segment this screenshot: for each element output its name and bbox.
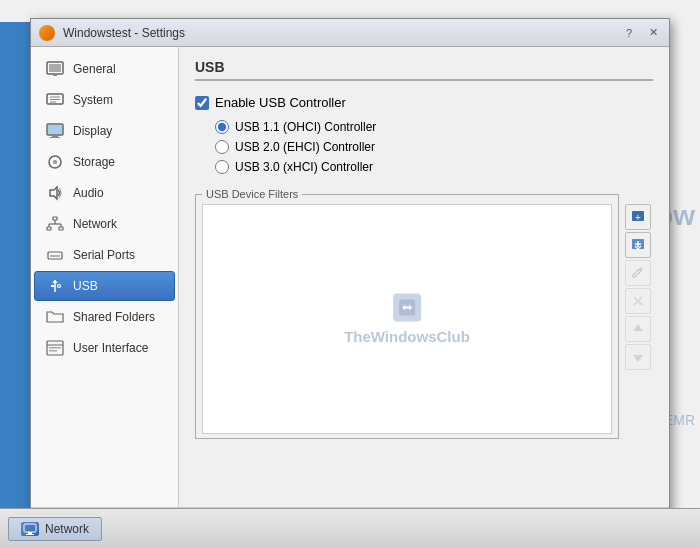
usb20-radio[interactable] bbox=[215, 140, 229, 154]
sidebar-item-shared-folders[interactable]: Shared Folders bbox=[34, 302, 175, 332]
display-icon bbox=[45, 123, 65, 139]
svg-rect-48 bbox=[26, 534, 34, 535]
svg-rect-35 bbox=[49, 350, 57, 352]
sidebar-usb-label: USB bbox=[73, 279, 98, 293]
taskbar-network-icon bbox=[21, 522, 39, 536]
section-title: USB bbox=[195, 59, 653, 81]
usb11-radio[interactable] bbox=[215, 120, 229, 134]
enable-usb-checkbox[interactable] bbox=[195, 96, 209, 110]
filters-list[interactable]: TheWindowsClub bbox=[202, 204, 612, 434]
svg-point-13 bbox=[54, 161, 56, 163]
filters-toolbar: + bbox=[625, 204, 651, 370]
system-icon bbox=[45, 92, 65, 108]
sidebar-item-storage[interactable]: Storage bbox=[34, 147, 175, 177]
sidebar-item-system[interactable]: System bbox=[34, 85, 175, 115]
svg-rect-10 bbox=[50, 137, 60, 138]
sidebar-system-label: System bbox=[73, 93, 113, 107]
move-up-button[interactable] bbox=[625, 316, 651, 342]
storage-icon bbox=[45, 154, 65, 170]
sidebar-item-usb[interactable]: USB bbox=[34, 271, 175, 301]
svg-rect-30 bbox=[51, 285, 54, 287]
dialog-title-text: Windowstest - Settings bbox=[63, 26, 613, 40]
sidebar: General System bbox=[31, 47, 179, 507]
svg-rect-1 bbox=[49, 64, 61, 72]
sidebar-network-label: Network bbox=[73, 217, 117, 231]
svg-rect-36 bbox=[399, 300, 415, 316]
usb20-row: USB 2.0 (EHCI) Controller bbox=[215, 140, 653, 154]
svg-rect-17 bbox=[59, 227, 63, 230]
svg-marker-29 bbox=[52, 280, 58, 283]
edit-filter-button[interactable] bbox=[625, 260, 651, 286]
enable-usb-row: Enable USB Controller bbox=[195, 95, 653, 110]
move-down-button[interactable] bbox=[625, 344, 651, 370]
svg-rect-46 bbox=[24, 524, 36, 532]
filters-container: USB Device Filters TheWindowsClub bbox=[195, 188, 619, 439]
sidebar-item-user-interface[interactable]: User Interface bbox=[34, 333, 175, 363]
usb11-row: USB 1.1 (OHCI) Controller bbox=[215, 120, 653, 134]
watermark-text: TheWindowsClub bbox=[344, 328, 470, 345]
usb-version-radio-group: USB 1.1 (OHCI) Controller USB 2.0 (EHCI)… bbox=[215, 120, 653, 174]
sidebar-serial-ports-label: Serial Ports bbox=[73, 248, 135, 262]
add-filter-from-device-button[interactable] bbox=[625, 232, 651, 258]
dialog-titlebar: Windowstest - Settings ? ✕ bbox=[31, 19, 669, 47]
svg-rect-34 bbox=[49, 347, 61, 349]
svg-rect-2 bbox=[53, 74, 57, 76]
audio-icon bbox=[45, 185, 65, 201]
help-button[interactable]: ? bbox=[621, 25, 637, 41]
shared-folders-icon bbox=[45, 309, 65, 325]
svg-rect-47 bbox=[28, 532, 32, 534]
sidebar-item-serial-ports[interactable]: Serial Ports bbox=[34, 240, 175, 270]
filters-legend: USB Device Filters bbox=[202, 188, 302, 200]
network-icon bbox=[45, 216, 65, 232]
add-filter-button[interactable]: + bbox=[625, 204, 651, 230]
svg-marker-44 bbox=[633, 324, 643, 331]
usb20-label[interactable]: USB 2.0 (EHCI) Controller bbox=[235, 140, 375, 154]
close-button[interactable]: ✕ bbox=[645, 25, 661, 41]
svg-rect-9 bbox=[52, 135, 58, 137]
svg-text:+: + bbox=[635, 212, 641, 223]
sidebar-shared-folders-label: Shared Folders bbox=[73, 310, 155, 324]
svg-point-31 bbox=[58, 285, 61, 288]
sidebar-general-label: General bbox=[73, 62, 116, 76]
usb30-row: USB 3.0 (xHCI) Controller bbox=[215, 160, 653, 174]
usb30-label[interactable]: USB 3.0 (xHCI) Controller bbox=[235, 160, 373, 174]
svg-marker-14 bbox=[50, 187, 57, 199]
remove-filter-button[interactable] bbox=[625, 288, 651, 314]
settings-dialog: Windowstest - Settings ? ✕ General bbox=[30, 18, 670, 548]
sidebar-user-interface-label: User Interface bbox=[73, 341, 148, 355]
dialog-body: General System bbox=[31, 47, 669, 507]
svg-rect-16 bbox=[47, 227, 51, 230]
sidebar-item-general[interactable]: General bbox=[34, 54, 175, 84]
watermark: TheWindowsClub bbox=[344, 294, 470, 345]
sidebar-item-network[interactable]: Network bbox=[34, 209, 175, 239]
watermark-icon bbox=[393, 294, 421, 322]
sidebar-display-label: Display bbox=[73, 124, 112, 138]
usb11-label[interactable]: USB 1.1 (OHCI) Controller bbox=[235, 120, 376, 134]
general-icon bbox=[45, 61, 65, 77]
sidebar-audio-label: Audio bbox=[73, 186, 104, 200]
usb30-radio[interactable] bbox=[215, 160, 229, 174]
sidebar-item-audio[interactable]: Audio bbox=[34, 178, 175, 208]
usb-icon bbox=[45, 278, 65, 294]
taskbar-network-item[interactable]: Network bbox=[8, 517, 102, 541]
taskbar-network-label: Network bbox=[45, 522, 89, 536]
enable-usb-label[interactable]: Enable USB Controller bbox=[215, 95, 346, 110]
filters-fieldset: USB Device Filters TheWindowsClub bbox=[195, 188, 619, 439]
user-interface-icon bbox=[45, 340, 65, 356]
svg-rect-15 bbox=[53, 217, 57, 220]
sidebar-item-display[interactable]: Display bbox=[34, 116, 175, 146]
svg-marker-45 bbox=[633, 355, 643, 362]
svg-rect-8 bbox=[48, 125, 62, 134]
sidebar-storage-label: Storage bbox=[73, 155, 115, 169]
usb-content-area: USB Enable USB Controller USB 1.1 (OHCI)… bbox=[179, 47, 669, 507]
serial-ports-icon bbox=[45, 247, 65, 263]
taskbar: Network bbox=[0, 508, 700, 548]
dialog-app-icon bbox=[39, 25, 55, 41]
